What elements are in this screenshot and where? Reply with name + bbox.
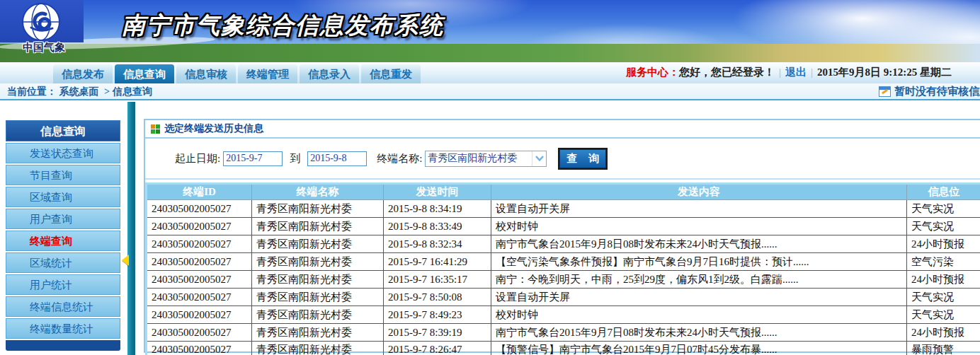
cell-info-type: 天气实况 bbox=[907, 289, 980, 306]
service-center-label: 服务中心： bbox=[626, 66, 679, 78]
sidebar-item-7[interactable]: 用户统计 bbox=[6, 274, 120, 295]
cell-content: 设置自动开关屏 bbox=[491, 289, 907, 306]
nav-tab-4[interactable]: 终端管理 bbox=[238, 64, 297, 83]
panel-title-text: 选定终端发送历史信息 bbox=[164, 122, 263, 135]
sidebar-item-5[interactable]: 终端查询 bbox=[6, 231, 120, 251]
sidebar-item-1[interactable]: 发送状态查询 bbox=[6, 143, 120, 163]
cell-info-type: 天气实况 bbox=[907, 200, 980, 218]
divider: | bbox=[807, 66, 817, 78]
breadcrumb-row: 当前位置： 系统桌面 >信息查询 暂时没有待审核信息 bbox=[0, 83, 980, 100]
yellow-left-arrow-icon[interactable] bbox=[122, 255, 129, 266]
breadcrumb-separator: > bbox=[101, 86, 113, 97]
cell-content: 【预警信号】南宁市气象台2015年9月7日07时45分发布暴...... bbox=[491, 342, 907, 355]
terminal-name-label: 终端名称: bbox=[377, 152, 422, 165]
breadcrumb: 当前位置： 系统桌面 >信息查询 bbox=[7, 86, 152, 98]
column-header-terminal-name: 终端名称 bbox=[252, 184, 384, 200]
table-row: 240305002005027青秀区南阳新光村委2015-9-8 8:34:19… bbox=[147, 200, 980, 218]
sidebar-item-9[interactable]: 终端数量统计 bbox=[6, 318, 120, 339]
service-center-bar: 服务中心：您好，您已经登录！|退出|2015年9月8日 9:12:25 星期二 bbox=[626, 66, 952, 79]
cell-terminal-id: 240305002005027 bbox=[147, 306, 252, 324]
cell-send-time: 2015-9-7 8:49:23 bbox=[384, 306, 491, 324]
date-to-input[interactable] bbox=[307, 151, 367, 166]
column-header-info-type: 信息位 bbox=[907, 184, 980, 200]
banner-grass-decoration bbox=[0, 44, 980, 62]
sidebar-item-3[interactable]: 区域查询 bbox=[6, 187, 120, 207]
cell-send-time: 2015-9-8 8:34:19 bbox=[384, 200, 491, 218]
logout-link[interactable]: 退出 bbox=[785, 66, 807, 78]
cell-info-type: 天气实况 bbox=[907, 306, 980, 324]
nav-tab-1[interactable]: 信息发布 bbox=[53, 64, 113, 83]
pending-review-notice: 暂时没有待审核信息 bbox=[879, 85, 980, 98]
column-header-terminal-id: 终端ID bbox=[147, 184, 252, 200]
sidebar-title: 信息查询 bbox=[6, 120, 120, 141]
chevron-down-icon[interactable] bbox=[532, 151, 546, 166]
cell-terminal-id: 240305002005027 bbox=[147, 342, 252, 355]
cell-terminal-name: 青秀区南阳新光村委 bbox=[252, 342, 384, 355]
cell-info-type: 24小时预报 bbox=[907, 271, 980, 289]
cma-cloud-logo-icon bbox=[21, 2, 61, 42]
cell-terminal-id: 240305002005027 bbox=[147, 253, 252, 271]
cell-send-time: 2015-9-7 16:35:17 bbox=[384, 271, 491, 289]
column-header-content: 发送内容 bbox=[491, 184, 907, 200]
history-table: 终端ID终端名称发送时间发送内容信息位 240305002005027青秀区南阳… bbox=[145, 182, 980, 355]
cell-content: 南宁市气象台2015年9月7日08时发布未来24小时天气预报...... bbox=[491, 324, 907, 342]
table-row: 240305002005027青秀区南阳新光村委2015-9-7 8:50:08… bbox=[147, 289, 980, 306]
cell-terminal-id: 240305002005027 bbox=[147, 218, 252, 235]
cell-info-type: 24小时预报 bbox=[907, 324, 980, 342]
table-row: 240305002005027青秀区南阳新光村委2015-9-7 16:41:2… bbox=[147, 253, 980, 271]
nav-tab-3[interactable]: 信息审核 bbox=[176, 64, 236, 83]
table-row: 240305002005027青秀区南阳新光村委2015-9-8 8:32:34… bbox=[147, 235, 980, 253]
sidebar-item-8[interactable]: 终端信息统计 bbox=[6, 296, 120, 317]
sidebar-item-6[interactable]: 区域统计 bbox=[6, 252, 120, 273]
cell-content: 校对时钟 bbox=[491, 218, 907, 235]
cell-content: 【空气污染气象条件预报】南宁市气象台9月7日16时提供：预计...... bbox=[491, 253, 907, 271]
sidebar-item-4[interactable]: 用户查询 bbox=[6, 209, 120, 229]
cell-info-type: 暴雨预警 bbox=[907, 342, 980, 355]
blocks-icon bbox=[151, 124, 160, 134]
to-label: 到 bbox=[290, 152, 300, 165]
navbar: 信息发布信息查询信息审核终端管理信息录入信息重发 服务中心：您好，您已经登录！|… bbox=[0, 62, 980, 83]
table-row: 240305002005027青秀区南阳新光村委2015-9-7 8:49:23… bbox=[147, 306, 980, 324]
sidebar-splitter[interactable] bbox=[127, 102, 135, 355]
cell-send-time: 2015-9-8 8:32:34 bbox=[384, 235, 491, 253]
nav-tab-6[interactable]: 信息重发 bbox=[361, 64, 421, 83]
query-form: 起止日期: 到 终端名称: 青秀区南阳新光村委 查 询 bbox=[145, 139, 980, 180]
cell-terminal-name: 青秀区南阳新光村委 bbox=[252, 289, 384, 306]
cell-terminal-name: 青秀区南阳新光村委 bbox=[252, 218, 384, 235]
cell-content: 校对时钟 bbox=[491, 306, 907, 324]
cell-terminal-id: 240305002005027 bbox=[147, 289, 252, 306]
site-title: 南宁市气象综合信息发布系统 bbox=[122, 10, 444, 42]
divider: | bbox=[775, 66, 785, 78]
cell-send-time: 2015-9-7 8:26:47 bbox=[384, 342, 491, 355]
cell-content: 南宁：今晚到明天，中雨，25到29度，偏东风1到2级。白露踹...... bbox=[491, 271, 907, 289]
table-row: 240305002005027青秀区南阳新光村委2015-9-8 8:33:49… bbox=[147, 218, 980, 235]
column-header-send-time: 发送时间 bbox=[384, 184, 491, 200]
breadcrumb-root[interactable]: 系统桌面 bbox=[59, 86, 99, 97]
cell-terminal-name: 青秀区南阳新光村委 bbox=[252, 235, 384, 253]
header-banner: 中国气象 南宁市气象综合信息发布系统 bbox=[0, 0, 980, 62]
pending-review-notice-text: 暂时没有待审核信息 bbox=[894, 85, 980, 98]
login-greeting: 您好，您已经登录！ bbox=[679, 66, 775, 78]
page-body: 信息查询 发送状态查询节目查询区域查询用户查询终端查询区域统计用户统计终端信息统… bbox=[0, 102, 980, 355]
cell-content: 设置自动开关屏 bbox=[491, 200, 907, 218]
current-datetime: 2015年9月8日 9:12:25 星期二 bbox=[817, 66, 952, 78]
cell-terminal-name: 青秀区南阳新光村委 bbox=[252, 306, 384, 324]
cell-info-type: 24小时预报 bbox=[907, 235, 980, 253]
breadcrumb-current: 信息查询 bbox=[113, 86, 152, 97]
table-row: 240305002005027青秀区南阳新光村委2015-9-7 8:26:47… bbox=[147, 342, 980, 355]
nav-tab-2[interactable]: 信息查询 bbox=[115, 64, 174, 83]
cell-content: 南宁市气象台2015年9月8日08时发布未来24小时天气预报...... bbox=[491, 235, 907, 253]
terminal-select[interactable]: 青秀区南阳新光村委 bbox=[425, 151, 547, 167]
cell-info-type: 天气实况 bbox=[907, 218, 980, 235]
cell-terminal-id: 240305002005027 bbox=[147, 324, 252, 342]
query-button[interactable]: 查 询 bbox=[559, 149, 606, 168]
logo-caption: 中国气象 bbox=[8, 41, 79, 54]
cell-send-time: 2015-9-7 8:39:19 bbox=[384, 324, 491, 342]
cell-info-type: 空气污染 bbox=[907, 253, 980, 271]
sidebar-items: 发送状态查询节目查询区域查询用户查询终端查询区域统计用户统计终端信息统计终端数量… bbox=[6, 143, 120, 339]
nav-tab-5[interactable]: 信息录入 bbox=[300, 64, 359, 83]
sidebar-item-2[interactable]: 节目查询 bbox=[6, 165, 120, 185]
cell-terminal-id: 240305002005027 bbox=[147, 200, 252, 218]
date-from-input[interactable] bbox=[223, 151, 283, 166]
cell-send-time: 2015-9-7 16:41:29 bbox=[384, 253, 491, 271]
